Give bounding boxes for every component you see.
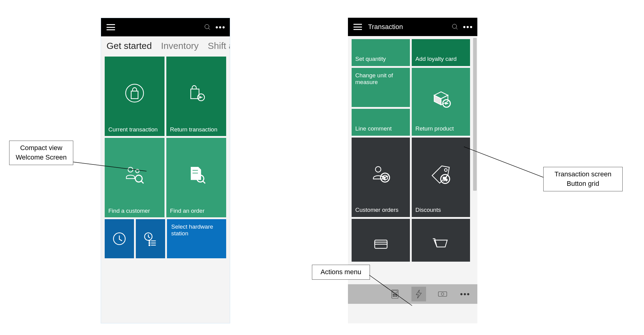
pivot-tab-shift[interactable]: Shift and — [208, 41, 230, 51]
clock-list-icon — [142, 230, 159, 247]
welcome-tile-grid: Current transaction Return transaction F… — [101, 57, 230, 217]
more-icon[interactable]: ••• — [215, 23, 226, 31]
action-quick[interactable] — [411, 287, 426, 301]
actions-menu: ••• — [348, 284, 477, 304]
svg-point-2 — [126, 84, 144, 102]
tile-find-customer[interactable]: Find a customer — [105, 138, 165, 217]
scrollbar[interactable] — [473, 38, 477, 191]
lightning-icon — [414, 289, 424, 299]
tile-label: Find an order — [170, 208, 223, 214]
svg-point-22 — [444, 169, 447, 171]
tile-return-transaction[interactable]: Return transaction — [166, 57, 226, 136]
tile-cart-partial[interactable] — [412, 219, 470, 262]
tile-clock[interactable] — [105, 219, 134, 258]
svg-line-18 — [456, 28, 458, 29]
title: Transaction — [368, 23, 449, 31]
tile-card-partial[interactable] — [352, 219, 410, 262]
creditcard-icon — [370, 233, 392, 257]
svg-point-16 — [149, 245, 150, 246]
svg-line-11 — [203, 181, 205, 183]
tile-customer-orders[interactable]: Customer orders — [352, 138, 410, 217]
tile-label: Line comment — [355, 125, 392, 132]
tile-label: Customer orders — [355, 207, 406, 213]
cart-icon — [430, 233, 452, 257]
annotation-text: Transaction screen Button grid — [555, 170, 611, 187]
svg-point-17 — [452, 24, 457, 28]
pivot-tab-get-started[interactable]: Get started — [107, 41, 152, 51]
tile-find-order[interactable]: Find an order — [166, 138, 226, 217]
tile-current-transaction[interactable]: Current transaction — [105, 57, 165, 136]
tile-label: Add loyalty card — [415, 56, 457, 62]
annotation-welcome: Compact view Welcome Screen — [9, 141, 73, 165]
hamburger-icon[interactable] — [107, 24, 115, 30]
svg-line-7 — [141, 181, 143, 183]
tile-line-comment[interactable]: Line comment — [352, 109, 410, 136]
tile-label: Find a customer — [108, 208, 161, 214]
svg-point-31 — [396, 294, 397, 295]
clock-icon — [111, 230, 128, 247]
search-icon[interactable] — [201, 21, 214, 33]
welcome-bottom-row: Select hardware station — [101, 217, 230, 258]
people-search-icon — [124, 164, 146, 187]
svg-point-29 — [393, 294, 394, 295]
tile-label: Change unit of measure — [355, 72, 406, 86]
tile-select-hardware-station[interactable]: Select hardware station — [167, 219, 226, 258]
tile-set-quantity[interactable]: Set quantity — [352, 39, 410, 66]
action-more-icon[interactable]: ••• — [459, 289, 471, 299]
tile-label: Select hardware station — [171, 223, 213, 237]
calculator-icon — [390, 289, 400, 299]
svg-point-30 — [394, 294, 395, 295]
svg-point-4 — [128, 167, 133, 172]
tile-label: Return transaction — [170, 126, 223, 133]
tile-clock-list[interactable] — [136, 219, 165, 258]
tile-label: Discounts — [415, 207, 466, 213]
svg-point-5 — [136, 169, 139, 173]
svg-rect-28 — [393, 291, 397, 293]
svg-rect-9 — [192, 172, 198, 174]
cash-icon — [437, 289, 448, 299]
svg-point-32 — [393, 296, 394, 296]
svg-text:%: % — [443, 176, 447, 182]
annotation-actions-menu: Actions menu — [312, 265, 370, 280]
tile-label: Current transaction — [108, 126, 161, 133]
svg-point-14 — [149, 240, 150, 241]
svg-line-1 — [208, 28, 210, 30]
tile-change-uom[interactable]: Change unit of measure — [352, 68, 410, 107]
pivot-tabs: Get started Inventory Shift and — [101, 36, 230, 57]
tile-discounts[interactable]: % Discounts — [412, 138, 470, 217]
svg-rect-26 — [374, 242, 387, 244]
titlebar: ••• — [101, 18, 230, 36]
more-icon[interactable]: ••• — [463, 23, 473, 31]
tag-percent-icon: % — [430, 163, 452, 187]
search-icon[interactable] — [449, 21, 461, 33]
svg-point-15 — [149, 242, 150, 244]
svg-point-0 — [205, 24, 209, 29]
svg-point-36 — [441, 293, 444, 296]
annotation-button-grid: Transaction screen Button grid — [543, 167, 623, 191]
tile-label: Return product — [415, 125, 466, 132]
svg-point-20 — [375, 167, 381, 172]
svg-rect-35 — [438, 292, 447, 296]
annotation-text: Actions menu — [320, 268, 361, 276]
svg-point-33 — [394, 296, 395, 296]
tile-label: Set quantity — [355, 56, 386, 62]
transaction-body: Set quantity Add loyalty card Change uni… — [348, 36, 477, 304]
tile-add-loyalty[interactable]: Add loyalty card — [412, 39, 470, 66]
button-grid: Set quantity Add loyalty card Change uni… — [348, 36, 472, 304]
bag-circle-icon — [124, 82, 146, 106]
document-search-icon — [185, 164, 207, 187]
annotation-text: Compact view Welcome Screen — [16, 144, 67, 161]
action-payment[interactable] — [435, 287, 450, 301]
tile-return-product[interactable]: Return product — [412, 68, 470, 136]
svg-rect-8 — [192, 170, 198, 171]
hamburger-icon[interactable] — [353, 24, 362, 30]
pivot-tab-inventory[interactable]: Inventory — [161, 41, 198, 51]
action-calculator[interactable] — [388, 287, 402, 301]
welcome-screen: ••• Get started Inventory Shift and Curr… — [101, 18, 230, 323]
person-box-icon — [370, 163, 392, 187]
box-return-icon — [430, 88, 452, 111]
bag-return-icon — [185, 82, 207, 106]
svg-point-34 — [396, 296, 397, 296]
titlebar: Transaction ••• — [348, 18, 477, 36]
